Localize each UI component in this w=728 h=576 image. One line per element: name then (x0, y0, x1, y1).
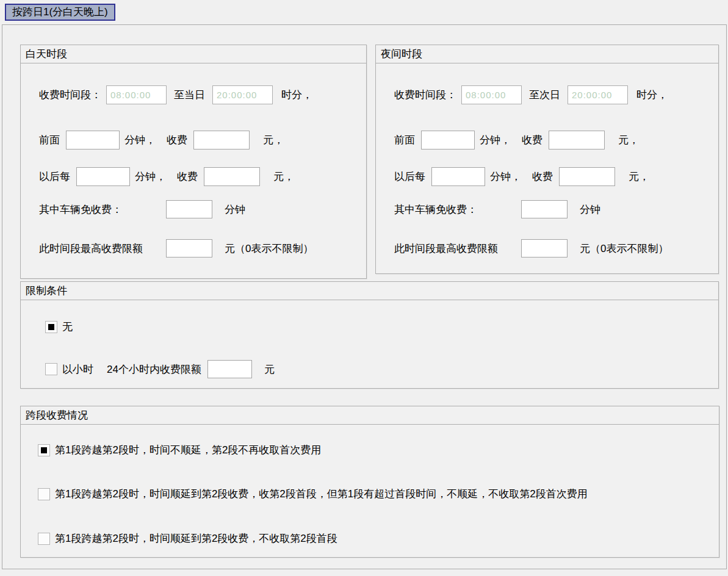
night-period-panel: 夜间时段 收费时间段： 至次日 时分， 前面 分钟， 收费 元， 以后每 分钟， (375, 45, 719, 274)
cross-option-row: 第1段跨越第2段时，时间不顺延，第2段不再收取首次费用 (38, 443, 321, 457)
night-free-minutes-input[interactable] (521, 200, 568, 218)
cross-panel-title: 跨段收费情况 (21, 406, 719, 425)
day-end-time-input[interactable] (212, 85, 273, 104)
day-period-panel: 白天时段 收费时间段： 至当日 时分， 前面 分钟， 收费 元， 以后每 分钟， (20, 45, 367, 279)
cross-option-2-checkbox[interactable] (38, 488, 50, 500)
night-free-row: 其中车辆免收费： 分钟 (394, 200, 600, 218)
night-end-time-input[interactable] (568, 85, 628, 104)
day-first-minutes-input[interactable] (66, 131, 120, 149)
night-time-row: 收费时间段： 至次日 时分， (394, 85, 668, 104)
day-max-unit: 元（0表示不限制） (225, 242, 313, 256)
limit-hourly-row: 以小时 24个小时内收费限额 元 (45, 360, 275, 378)
night-first-label: 前面 (394, 133, 415, 147)
day-max-label: 此时间段最高收费限额 (39, 242, 166, 256)
limit-panel-title: 限制条件 (21, 282, 718, 300)
day-time-row: 收费时间段： 至当日 时分， (39, 85, 312, 104)
night-first-fee-input[interactable] (549, 131, 605, 149)
night-free-unit: 分钟 (580, 203, 600, 217)
night-start-time-input[interactable] (461, 85, 522, 104)
night-first-fee-label: 收费 (522, 133, 542, 147)
night-after-minutes-unit: 分钟， (490, 170, 521, 184)
limit-conditions-panel: 限制条件 无 以小时 24个小时内收费限额 元 (20, 281, 719, 389)
limit-hourly-unit: 元 (264, 362, 275, 376)
day-after-label: 以后每 (39, 170, 70, 184)
day-after-fee-input[interactable] (204, 167, 260, 186)
day-start-time-input[interactable] (106, 85, 167, 104)
cross-option-3-label: 第1段跨越第2段时，时间顺延到第2段收费，不收取第2段首段 (55, 531, 337, 545)
day-first-fee-label: 收费 (167, 133, 187, 147)
cross-option-row: 第1段跨越第2段时，时间顺延到第2段收费，不收取第2段首段 (38, 531, 337, 545)
day-first-label: 前面 (39, 133, 60, 147)
tab-cross-day-1[interactable]: 按跨日1(分白天晚上) (5, 4, 115, 21)
day-max-fee-input[interactable] (166, 239, 212, 257)
night-first-minutes-unit: 分钟， (480, 133, 511, 147)
day-time-label: 收费时间段： (39, 88, 101, 102)
limit-none-label: 无 (62, 320, 73, 334)
night-after-fee-unit: 元， (629, 170, 649, 184)
night-after-minutes-input[interactable] (431, 167, 485, 186)
day-max-row: 此时间段最高收费限额 元（0表示不限制） (39, 239, 313, 257)
day-first-fee-input[interactable] (193, 131, 250, 149)
day-after-row: 以后每 分钟， 收费 元， (39, 167, 294, 186)
night-free-label: 其中车辆免收费： (394, 203, 521, 217)
night-time-label: 收费时间段： (394, 88, 456, 102)
cross-option-1-label: 第1段跨越第2段时，时间不顺延，第2段不再收取首次费用 (55, 443, 321, 457)
night-time-suffix: 时分， (636, 88, 668, 102)
night-after-fee-label: 收费 (532, 170, 553, 184)
day-free-label: 其中车辆免收费： (39, 203, 166, 217)
day-after-fee-unit: 元， (273, 170, 294, 184)
cross-option-3-checkbox[interactable] (38, 533, 50, 545)
limit-hourly-label: 以小时 (62, 362, 93, 376)
night-after-row: 以后每 分钟， 收费 元， (394, 167, 649, 186)
night-max-unit: 元（0表示不限制） (580, 242, 668, 256)
cross-option-2-label: 第1段跨越第2段时，时间顺延到第2段收费，收第2段首段，但第1段有超过首段时间，… (55, 487, 588, 501)
cross-option-1-checkbox[interactable] (38, 444, 50, 456)
day-free-minutes-input[interactable] (166, 200, 212, 218)
day-free-unit: 分钟 (225, 203, 245, 217)
day-first-fee-unit: 元， (263, 133, 284, 147)
day-time-mid-label: 至当日 (174, 88, 205, 102)
night-max-row: 此时间段最高收费限额 元（0表示不限制） (394, 239, 668, 257)
night-first-fee-unit: 元， (618, 133, 639, 147)
night-max-fee-input[interactable] (521, 239, 568, 257)
day-after-minutes-unit: 分钟， (135, 170, 166, 184)
cross-option-row: 第1段跨越第2段时，时间顺延到第2段收费，收第2段首段，但第1段有超过首段时间，… (38, 487, 588, 501)
limit-hourly-amount-label: 24个小时内收费限额 (107, 362, 201, 376)
day-first-row: 前面 分钟， 收费 元， (39, 131, 284, 149)
night-after-fee-input[interactable] (559, 167, 615, 186)
day-panel-title: 白天时段 (21, 45, 366, 63)
day-time-suffix: 时分， (281, 88, 312, 102)
limit-hourly-checkbox[interactable] (45, 363, 57, 375)
night-max-label: 此时间段最高收费限额 (394, 242, 521, 256)
night-first-minutes-input[interactable] (421, 131, 475, 149)
night-time-mid-label: 至次日 (529, 88, 560, 102)
night-after-label: 以后每 (394, 170, 425, 184)
day-after-minutes-input[interactable] (76, 167, 130, 186)
cross-segment-panel: 跨段收费情况 第1段跨越第2段时，时间不顺延，第2段不再收取首次费用 第1段跨越… (20, 406, 719, 558)
limit-none-row: 无 (45, 320, 73, 334)
limit-none-checkbox[interactable] (45, 321, 57, 333)
night-panel-title: 夜间时段 (376, 45, 718, 63)
night-first-row: 前面 分钟， 收费 元， (394, 131, 639, 149)
tab-page: 白天时段 收费时间段： 至当日 时分， 前面 分钟， 收费 元， 以后每 分钟， (2, 24, 727, 569)
day-first-minutes-unit: 分钟， (124, 133, 156, 147)
day-after-fee-label: 收费 (177, 170, 198, 184)
day-free-row: 其中车辆免收费： 分钟 (39, 200, 245, 218)
limit-hourly-amount-input[interactable] (207, 360, 252, 378)
